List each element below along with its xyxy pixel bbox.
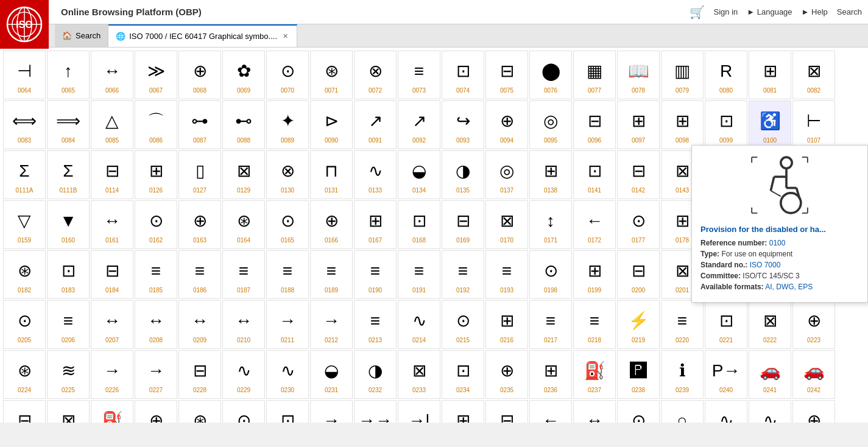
symbol-cell[interactable]: Σ0111B bbox=[47, 150, 90, 199]
tab-iso7000[interactable]: 🌐 ISO 7000 / IEC 60417 Graphical symbo..… bbox=[108, 24, 297, 47]
symbol-cell[interactable]: ∿0133 bbox=[354, 150, 397, 199]
symbol-cell[interactable]: ≡0192 bbox=[442, 250, 484, 299]
symbol-cell[interactable]: 🚗0241 bbox=[749, 350, 791, 399]
symbol-cell[interactable]: ⊛0247 bbox=[178, 400, 221, 423]
symbol-cell[interactable]: ⊙0070 bbox=[266, 51, 309, 99]
symbol-cell[interactable]: △0085 bbox=[91, 100, 133, 149]
symbol-cell[interactable]: ≡0188 bbox=[266, 250, 309, 299]
symbol-cell[interactable]: ⛽0237 bbox=[573, 350, 616, 399]
symbol-cell[interactable]: ⊕0163 bbox=[178, 200, 221, 249]
symbol-cell[interactable]: ⊟0243 bbox=[3, 400, 46, 423]
symbol-cell[interactable]: ⊞0097 bbox=[617, 100, 660, 149]
symbol-cell[interactable]: ↔0066 bbox=[91, 51, 133, 99]
symbol-cell[interactable]: ○0258 bbox=[661, 400, 704, 423]
symbol-cell[interactable]: ↔0207 bbox=[91, 300, 133, 349]
symbol-cell[interactable]: ⊟0114 bbox=[91, 150, 133, 199]
tab-home[interactable]: 🏠 Search bbox=[55, 24, 108, 47]
symbol-cell[interactable]: ⊟0200 bbox=[617, 250, 660, 299]
symbol-cell[interactable]: ▯0127 bbox=[178, 150, 221, 199]
symbol-cell[interactable]: ⊕0235 bbox=[485, 350, 528, 399]
symbol-cell[interactable]: ⊙0198 bbox=[529, 250, 572, 299]
symbol-cell[interactable]: ⊡0141 bbox=[573, 150, 616, 199]
symbol-cell[interactable]: ⊟0169 bbox=[442, 200, 484, 249]
symbol-cell[interactable]: ∿0230 bbox=[266, 350, 309, 399]
symbol-cell[interactable]: ⊠0244 bbox=[47, 400, 90, 423]
symbol-cell[interactable]: ⊳0090 bbox=[310, 100, 353, 149]
symbol-cell[interactable]: ⊟0184 bbox=[91, 250, 133, 299]
tooltip-formats-value[interactable]: AI, DWG, EPS bbox=[765, 283, 813, 291]
symbol-cell[interactable]: ⚡0219 bbox=[617, 300, 660, 349]
symbol-cell[interactable]: ⊕0223 bbox=[792, 300, 835, 349]
symbol-cell[interactable]: 📖0078 bbox=[617, 51, 660, 99]
symbol-cell[interactable]: ⊟0254 bbox=[485, 400, 528, 423]
symbol-cell[interactable]: ≡0213 bbox=[354, 300, 397, 349]
symbol-cell[interactable]: ▥0079 bbox=[661, 51, 704, 99]
symbol-cell[interactable]: ◒0134 bbox=[398, 150, 440, 199]
tab-close-button[interactable]: ✕ bbox=[281, 32, 289, 41]
symbol-cell[interactable]: ∿0259 bbox=[705, 400, 747, 423]
symbol-cell[interactable]: ⊟0075 bbox=[485, 51, 528, 99]
symbol-cell[interactable]: ⊷0088 bbox=[222, 100, 265, 149]
symbol-cell[interactable]: ◎0137 bbox=[485, 150, 528, 199]
symbol-cell[interactable]: ⊞0236 bbox=[529, 350, 572, 399]
symbol-cell[interactable]: ≡0218 bbox=[573, 300, 616, 349]
symbol-cell[interactable]: ⊓0131 bbox=[310, 150, 353, 199]
symbol-cell[interactable]: ⊠0222 bbox=[749, 300, 791, 349]
symbol-cell[interactable]: ⊙0162 bbox=[135, 200, 177, 249]
symbol-cell[interactable]: ⊞0253 bbox=[442, 400, 484, 423]
symbol-cell[interactable]: ≡0206 bbox=[47, 300, 90, 349]
symbol-cell[interactable]: ⊟0228 bbox=[178, 350, 221, 399]
symbol-cell[interactable]: →→0251 bbox=[354, 400, 397, 423]
symbol-cell[interactable]: →0227 bbox=[135, 350, 177, 399]
symbol-cell[interactable]: ⊶0087 bbox=[178, 100, 221, 149]
symbol-cell[interactable]: ▽0159 bbox=[3, 200, 46, 249]
symbol-cell[interactable]: ↕0171 bbox=[529, 200, 572, 249]
symbol-cell[interactable]: ⊙0177 bbox=[617, 200, 660, 249]
symbol-cell[interactable]: ≡0191 bbox=[398, 250, 440, 299]
symbol-cell[interactable]: ∿0260 bbox=[749, 400, 791, 423]
symbol-cell[interactable]: ♿0100 bbox=[749, 100, 791, 149]
symbol-cell[interactable]: ⊣0064 bbox=[3, 51, 46, 99]
symbol-cell[interactable]: →0226 bbox=[91, 350, 133, 399]
symbol-cell[interactable]: ↗0092 bbox=[398, 100, 440, 149]
symbol-cell[interactable]: ⊙0205 bbox=[3, 300, 46, 349]
symbol-cell[interactable]: ⊡0234 bbox=[442, 350, 484, 399]
symbol-cell[interactable]: ←0255 bbox=[529, 400, 572, 423]
symbol-cell[interactable]: ↔0210 bbox=[222, 300, 265, 349]
symbol-cell[interactable]: ⊞0138 bbox=[529, 150, 572, 199]
symbol-cell[interactable]: →0211 bbox=[266, 300, 309, 349]
symbol-cell[interactable]: ⊞0098 bbox=[661, 100, 704, 149]
symbol-cell[interactable]: ↗0091 bbox=[354, 100, 397, 149]
symbol-cell[interactable]: ∿0214 bbox=[398, 300, 440, 349]
symbol-cell[interactable]: ↑0065 bbox=[47, 51, 90, 99]
symbol-cell[interactable]: ⊙0248 bbox=[222, 400, 265, 423]
symbol-cell[interactable]: P→0240 bbox=[705, 350, 747, 399]
symbol-cell[interactable]: Σ0111A bbox=[3, 150, 46, 199]
help-link[interactable]: ► Help bbox=[802, 7, 828, 16]
symbol-cell[interactable]: ▼0160 bbox=[47, 200, 90, 249]
symbol-cell[interactable]: ⊟0096 bbox=[573, 100, 616, 149]
symbol-cell[interactable]: ⛽0245 bbox=[91, 400, 133, 423]
symbol-cell[interactable]: ⊞0126 bbox=[135, 150, 177, 199]
symbol-cell[interactable]: ↔0161 bbox=[91, 200, 133, 249]
symbol-cell[interactable]: ⌒0086 bbox=[135, 100, 177, 149]
symbol-cell[interactable]: ℹ0239 bbox=[661, 350, 704, 399]
symbol-cell[interactable]: ⊠0082 bbox=[792, 51, 835, 99]
symbol-cell[interactable]: ⊛0224 bbox=[3, 350, 46, 399]
iso-logo[interactable]: ISO bbox=[0, 0, 49, 49]
symbol-cell[interactable]: ≡0220 bbox=[661, 300, 704, 349]
symbol-cell[interactable]: ⊕0068 bbox=[178, 51, 221, 99]
symbol-cell[interactable]: ↔0209 bbox=[178, 300, 221, 349]
symbol-cell[interactable]: ∿0229 bbox=[222, 350, 265, 399]
symbol-cell[interactable]: ⊠0170 bbox=[485, 200, 528, 249]
symbol-cell[interactable]: ⊗0130 bbox=[266, 150, 309, 199]
symbol-cell[interactable]: ⊞0167 bbox=[354, 200, 397, 249]
symbol-cell[interactable]: 🚗0242 bbox=[792, 350, 835, 399]
symbol-cell[interactable]: ⊡0221 bbox=[705, 300, 747, 349]
symbol-cell[interactable]: ≡0187 bbox=[222, 250, 265, 299]
symbol-cell[interactable]: ⊕0246 bbox=[135, 400, 177, 423]
symbol-cell[interactable]: ⊙0215 bbox=[442, 300, 484, 349]
symbol-cell[interactable]: ⊞0199 bbox=[573, 250, 616, 299]
symbol-cell[interactable]: ⟺0083 bbox=[3, 100, 46, 149]
symbol-cell[interactable]: ⊡0074 bbox=[442, 51, 484, 99]
